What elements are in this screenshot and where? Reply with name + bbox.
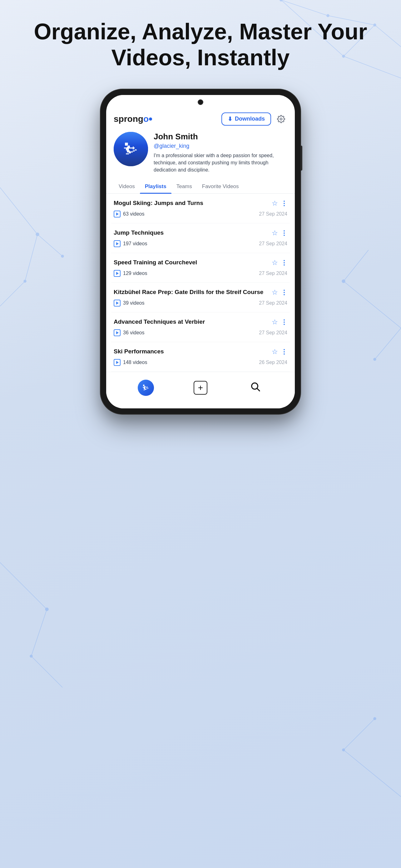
list-item: Jump Techniques ☆ (111, 223, 290, 253)
profile-handle: @glacier_king (154, 143, 287, 149)
video-count: 36 videos (123, 330, 144, 336)
profile-section: John Smith @glacier_king I'm a professio… (106, 129, 295, 180)
svg-point-30 (373, 717, 376, 720)
playlist-date: 26 Sep 2024 (259, 360, 287, 365)
profile-bio: I'm a professional skier with a deep pas… (154, 152, 287, 174)
nav-add[interactable]: + (191, 378, 210, 397)
list-item: Mogul Skiing: Jumps and Turns ☆ (111, 194, 290, 223)
playlist-item-footer: 39 videos 27 Sep 2024 (114, 300, 287, 307)
nav-profile[interactable]: ⛷ (136, 378, 155, 397)
add-icon: + (194, 381, 207, 395)
svg-line-27 (343, 750, 401, 797)
playlist-item-header: Mogul Skiing: Jumps and Turns ☆ (114, 199, 287, 208)
playlist-video-icon (114, 211, 121, 217)
svg-line-22 (0, 562, 47, 609)
playlist-date: 27 Sep 2024 (259, 271, 287, 276)
playlist-item-footer: 36 videos 27 Sep 2024 (114, 329, 287, 336)
playlist-actions: ☆ (272, 259, 287, 267)
svg-point-26 (30, 655, 32, 657)
playlist-item-header: Kitzbühel Race Prep: Gate Drills for the… (114, 288, 287, 297)
tab-playlists[interactable]: Playlists (140, 180, 171, 193)
downloads-label: Downloads (235, 116, 265, 122)
profile-name: John Smith (154, 132, 287, 142)
favorite-icon[interactable]: ☆ (272, 199, 278, 208)
playlist-actions: ☆ (272, 229, 287, 237)
playlist-title: Jump Techniques (114, 229, 269, 237)
playlist-video-icon (114, 359, 121, 366)
tab-teams[interactable]: Teams (171, 180, 197, 193)
playlist-item-header: Advanced Techniques at Verbier ☆ (114, 318, 287, 326)
playlist-meta: 36 videos (114, 329, 144, 336)
playlist-meta: 129 videos (114, 270, 147, 277)
playlist-item-footer: 197 videos 27 Sep 2024 (114, 240, 287, 247)
playlist-actions: ☆ (272, 318, 287, 326)
playlist-meta: 197 videos (114, 240, 147, 247)
list-item: Ski Performances ☆ (111, 342, 290, 372)
avatar-container (114, 132, 148, 174)
phone-frame: sprong o ⬇ Downloads (101, 89, 300, 414)
profile-info: John Smith @glacier_king I'm a professio… (154, 132, 287, 174)
tabs-container: Videos Playlists Teams Favorite Videos (106, 180, 295, 194)
more-options-icon[interactable] (281, 290, 287, 295)
tab-favorite-videos[interactable]: Favorite Videos (197, 180, 244, 193)
playlist-title: Mogul Skiing: Jumps and Turns (114, 199, 269, 207)
playlist-video-icon (114, 240, 121, 247)
playlist-title: Advanced Techniques at Verbier (114, 318, 269, 326)
phone-notch (106, 95, 295, 107)
phone-mockup: sprong o ⬇ Downloads (0, 83, 401, 439)
favorite-icon[interactable]: ☆ (272, 348, 278, 356)
bottom-navigation: ⛷ + (106, 372, 295, 408)
playlist-title: Ski Performances (114, 348, 269, 355)
playlist-meta: 63 videos (114, 211, 144, 217)
video-count: 197 videos (123, 241, 147, 247)
playlist-date: 27 Sep 2024 (259, 330, 287, 336)
playlist-item-header: Jump Techniques ☆ (114, 229, 287, 237)
tab-videos[interactable]: Videos (114, 180, 140, 193)
playlist-title: Speed Training at Courchevel (114, 259, 269, 267)
favorite-icon[interactable]: ☆ (272, 288, 278, 297)
search-icon (250, 381, 261, 394)
favorite-icon[interactable]: ☆ (272, 259, 278, 267)
avatar-image (114, 132, 148, 166)
more-options-icon[interactable] (281, 319, 287, 325)
more-options-icon[interactable] (281, 260, 287, 266)
download-icon: ⬇ (228, 116, 232, 122)
playlist-date: 27 Sep 2024 (259, 241, 287, 247)
settings-button[interactable] (275, 113, 287, 125)
nav-search[interactable] (246, 378, 265, 397)
nav-avatar: ⛷ (138, 380, 154, 396)
playlist-video-icon (114, 300, 121, 307)
list-item: Advanced Techniques at Verbier ☆ (111, 312, 290, 342)
hero-title: Organize, Analyze, Master Your Videos, I… (0, 0, 401, 83)
playlist-meta: 39 videos (114, 300, 144, 307)
svg-line-32 (257, 389, 260, 391)
playlist-item-footer: 129 videos 27 Sep 2024 (114, 270, 287, 277)
playlist-video-icon (114, 329, 121, 336)
svg-line-23 (31, 609, 47, 656)
svg-line-28 (343, 719, 375, 750)
playlist-title: Kitzbühel Race Prep: Gate Drills for the… (114, 288, 269, 296)
playlist-meta: 148 videos (114, 359, 147, 366)
phone-screen: sprong o ⬇ Downloads (106, 95, 295, 409)
downloads-button[interactable]: ⬇ Downloads (222, 113, 271, 126)
video-count: 39 videos (123, 300, 144, 306)
playlist-item-footer: 63 videos 27 Sep 2024 (114, 211, 287, 217)
video-count: 129 videos (123, 271, 147, 276)
playlist-list: Mogul Skiing: Jumps and Turns ☆ (106, 194, 295, 372)
app-logo: sprong o (114, 114, 152, 124)
favorite-icon[interactable]: ☆ (272, 318, 278, 326)
header-actions: ⬇ Downloads (222, 113, 287, 126)
favorite-icon[interactable]: ☆ (272, 229, 278, 237)
more-options-icon[interactable] (281, 230, 287, 236)
playlist-video-icon (114, 270, 121, 277)
phone-camera (198, 99, 203, 105)
avatar (114, 132, 148, 166)
more-options-icon[interactable] (281, 200, 287, 206)
svg-line-24 (31, 656, 63, 687)
playlist-item-header: Speed Training at Courchevel ☆ (114, 259, 287, 267)
playlist-actions: ☆ (272, 199, 287, 208)
more-options-icon[interactable] (281, 349, 287, 354)
playlist-actions: ☆ (272, 348, 287, 356)
video-count: 148 videos (123, 360, 147, 365)
playlist-actions: ☆ (272, 288, 287, 297)
